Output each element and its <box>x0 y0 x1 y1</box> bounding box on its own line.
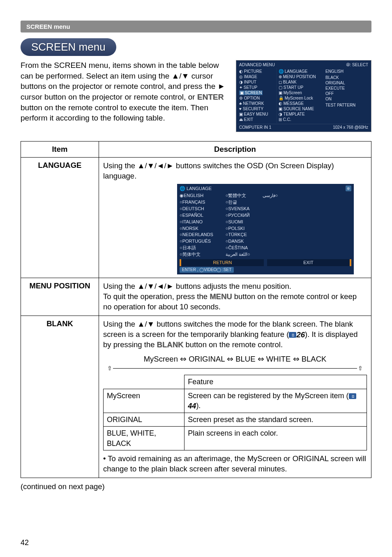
lang-option: ○SUOMI <box>226 218 250 225</box>
language-osd-screenshot: 🌐 LANGUAGE ⊗ ◉ENGLISH ○FRANÇAIS ○DEUTSCH… <box>177 184 354 274</box>
osd-screenshot-main: ADVANCED MENU ⦿: SELECT ◐ PICTURE ◎ IMAG… <box>236 60 371 132</box>
osd-right-item: TEST PATTERN <box>325 102 368 108</box>
lang-option: ○NORSK <box>180 225 213 232</box>
row-language-desc: Using the ▲/▼/◄/► buttons switches the O… <box>99 158 371 278</box>
manual-ref-26: 26 <box>296 330 305 339</box>
osd-right-item: ORIGINAL <box>325 80 368 86</box>
language-osd-title: 🌐 LANGUAGE <box>180 186 212 192</box>
lang-option: ○ESPAÑOL <box>180 212 213 218</box>
page-number: 42 <box>21 538 29 547</box>
menu-position-line1: Using the ▲/▼/◄/► buttons adjusts the me… <box>103 282 291 290</box>
intro-text: From the SCREEN menu, items shown in the… <box>21 60 230 132</box>
osd-left-item: ⏏ EXIT <box>239 117 275 122</box>
row-menu-position-item: MENU POSITION <box>21 278 99 316</box>
feature-colors-key: BLUE, WHITE, BLACK <box>104 427 184 450</box>
feature-myscreen-key: MyScreen <box>104 389 184 413</box>
osd-right-item: OFF <box>325 91 368 96</box>
osd-mid-item: ◐ MESSAGE <box>279 101 322 106</box>
osd-footer-left: COMPUTER IN 1 <box>239 125 271 130</box>
osd-mid-item: ▢ START UP <box>279 85 322 90</box>
feature-header: Feature <box>184 375 367 389</box>
osd-left-item: ◑ INPUT <box>239 79 275 85</box>
osd-mid-item: 🔒 MyScreen Lock <box>279 95 322 101</box>
language-col3: فارسی○ <box>263 193 278 258</box>
lang-option: ○TÜRKÇE <box>226 232 250 238</box>
col-desc-header: Description <box>99 142 371 158</box>
menu-key-label: MENU <box>210 292 232 301</box>
osd-left-item: ✦ SETUP <box>239 85 275 90</box>
lang-option: ○SVENSKA <box>226 205 250 212</box>
language-osd-return-button: RETURN <box>180 259 264 266</box>
blank-sequence: MyScreen ⇔ ORIGINAL ⇔ BLUE ⇔ WHITE ⇔ BLA… <box>103 354 367 364</box>
arrow-up-left-icon: ⇧ <box>107 364 112 372</box>
language-osd-footer: ENTER , ◯VIDEO◯ :SET <box>180 267 234 273</box>
osd-left-item: ▣ EASY MENU <box>239 111 275 117</box>
feature-myscreen-val: Screen can be registered by the MyScreen… <box>184 389 367 413</box>
osd-left-item: ♥ SECURITY <box>239 106 275 111</box>
enter-key-label: ENTER <box>197 93 224 101</box>
lang-option: اللغة العربية○ <box>226 251 250 258</box>
lang-option: ○日本語 <box>180 245 213 251</box>
osd-mid-item: ▣ SOURCE NAME <box>279 106 322 111</box>
osd-right-item: ON <box>325 96 368 102</box>
osd-header-left: ADVANCED MENU <box>239 63 275 67</box>
lang-option: ○繁體中文 <box>226 193 250 199</box>
osd-left-item: ▣ SCREEN <box>239 90 275 95</box>
osd-left-item: ⚙ OPTION <box>239 95 275 101</box>
osd-mid-item: ▣ MyScreen <box>279 90 322 95</box>
osd-mid-item: ◑ TEMPLATE <box>279 111 322 117</box>
intro-part1: From the SCREEN menu, items shown in the… <box>21 61 225 101</box>
osd-left-item: ◎ IMAGE <box>239 74 275 79</box>
row-language-item: LANGUAGE <box>21 158 99 278</box>
osd-left-item: ◐ PICTURE <box>239 69 275 74</box>
lang-option: ○FRANÇAIS <box>180 199 213 206</box>
osd-right-item <box>325 108 368 109</box>
osd-mid-item: ⊕ MENU POSITION <box>279 74 322 79</box>
lang-option: ○ČEŠTINA <box>226 245 250 251</box>
language-col1: ◉ENGLISH ○FRANÇAIS ○DEUTSCH ○ESPAÑOL ○IT… <box>180 193 213 258</box>
feature-original-key: ORIGINAL <box>104 413 184 427</box>
osd-left-highlight: ▣ SCREEN <box>239 91 263 95</box>
row-blank-item: BLANK <box>21 316 99 478</box>
feature-myscreen-post: ). <box>196 402 201 410</box>
lang-option: ○РУССКИЙ <box>226 212 250 218</box>
osd-mid-item: ⊞ C.C. <box>279 117 322 122</box>
language-osd-exit-button: EXIT <box>267 259 351 266</box>
lang-option: ○DANSK <box>226 238 250 245</box>
language-col2: ○繁體中文 ○한글 ○SVENSKA ○РУССКИЙ ○SUOMI ○POLS… <box>226 193 250 258</box>
manual-ref-44: 44 <box>188 402 196 410</box>
osd-header-right: ⦿: SELECT <box>346 63 368 67</box>
col-item-header: Item <box>21 142 99 158</box>
arrow-up-right-icon: ⇧ <box>358 364 363 372</box>
lang-option: ◉ENGLISH <box>180 193 213 199</box>
language-osd-close-icon: ⊗ <box>346 186 351 191</box>
osd-left-item: ♣ NETWORK <box>239 101 275 106</box>
manual-ref-icon <box>289 332 296 338</box>
osd-footer-right: 1024 x 768 @60Hz <box>333 125 368 130</box>
main-table: Item Description LANGUAGE Using the ▲/▼/… <box>21 141 371 478</box>
lang-option: ○DEUTSCH <box>180 205 213 212</box>
lang-option: ○PORTUGUÊS <box>180 238 213 245</box>
osd-mid-item: ◻ BLANK <box>279 79 322 85</box>
osd-mid-column: 🌐 LANGUAGE ⊕ MENU POSITION ◻ BLANK ▢ STA… <box>277 68 324 123</box>
blank-feature-table: Feature MyScreen Screen can be registere… <box>103 375 367 450</box>
intro-part2: button on the remote control to execute … <box>21 103 208 123</box>
row-blank-desc: Using the ▲/▼ buttons switches the mode … <box>99 316 371 478</box>
section-header-band: SCREEN menu <box>21 21 371 32</box>
lang-option: ○POLSKI <box>226 225 250 232</box>
osd-left-column: ◐ PICTURE ◎ IMAGE ◑ INPUT ✦ SETUP ▣ SCRE… <box>238 68 277 123</box>
lang-option: فارسی○ <box>263 193 278 199</box>
continued-note: (continued on next page) <box>21 482 371 491</box>
row-menu-position-desc: Using the ▲/▼/◄/► buttons adjusts the me… <box>99 278 371 316</box>
menu-position-line2-pre: To quit the operation, press the <box>103 292 210 301</box>
lang-option: ○ITALIANO <box>180 218 213 225</box>
osd-mid-item: 🌐 LANGUAGE <box>279 69 322 74</box>
manual-ref-icon <box>349 393 356 399</box>
blank-note: • To avoid remaining as an afterimage, t… <box>103 454 367 474</box>
osd-right-column: ENGLISH BLACK ORIGINAL EXECUTE OFF ON TE… <box>324 68 370 123</box>
osd-right-item: BLACK <box>325 75 368 80</box>
lang-option: ○简体中文 <box>180 251 213 258</box>
osd-right-item: EXECUTE <box>325 86 368 91</box>
feature-myscreen-pre: Screen can be registered by the MyScreen… <box>188 392 348 400</box>
blank-p1-end: button on the remote control. <box>183 340 283 349</box>
